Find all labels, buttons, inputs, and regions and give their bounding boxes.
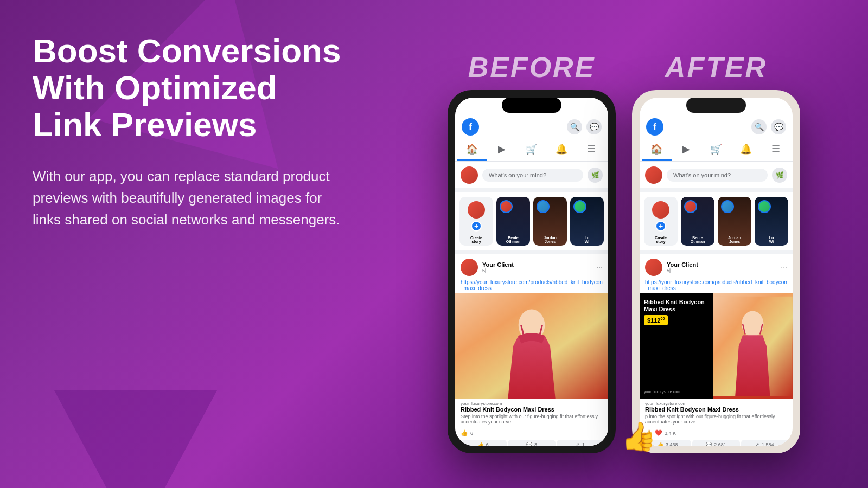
post-avatar-after — [645, 259, 662, 276]
post-dots-after[interactable]: ··· — [781, 263, 787, 272]
post-time-after: 5j · — [667, 268, 776, 273]
after-price-cents: 00 — [660, 317, 665, 320]
compose-photo-icon-after[interactable]: 🌿 — [772, 168, 787, 183]
story-bente-before[interactable]: BenteOthman — [496, 197, 530, 246]
headline: Boost Conversions With Optimized Link Pr… — [33, 33, 347, 144]
story-lo-label-after: LoWi — [755, 236, 788, 243]
action-bar-after: 👍 3 468 💬 2 681 ↗ 1 584 — [640, 439, 793, 446]
post-time-before: 5j · — [482, 268, 592, 273]
nav-shop-after[interactable]: 🛒 — [701, 139, 731, 161]
story-lo-avatar-before — [573, 200, 586, 213]
post-caption-after: your_luxurystore.com Ribbed Knit Bodycon… — [640, 399, 793, 427]
post-author-before: Your Client — [482, 261, 592, 268]
after-price-badge: $11200 — [644, 315, 668, 325]
post-caption-before: your_luxurystore.com Ribbed Knit Bodycon… — [455, 399, 608, 427]
story-create-label-before: Createstory — [459, 236, 493, 243]
post-dots-before[interactable]: ··· — [596, 263, 603, 272]
story-bente-avatar-after — [684, 200, 697, 213]
compose-input-after[interactable]: What's on your mind? — [667, 169, 768, 182]
story-lo-before[interactable]: LoWi — [570, 197, 604, 246]
reactions-count-after: 3,4 K — [665, 431, 676, 436]
after-product-title: Ribbed Knit Bodycon Maxi Dress — [644, 299, 709, 313]
story-bente-label-after: BenteOthman — [681, 236, 714, 243]
after-screen: f 🔍 💬 🏠 ▶ 🛒 🔔 ☰ — [640, 98, 793, 446]
nav-bell-before[interactable]: 🔔 — [546, 139, 576, 161]
action-bar-before: 👍 6 💬 3 ↗ 1 — [455, 439, 608, 446]
story-jordan-avatar-after — [721, 200, 734, 213]
fb-header-icons-before: 🔍 💬 — [567, 119, 602, 134]
phones-section: BEFORE f 🔍 💬 🏠 ▶ — [380, 0, 868, 488]
nav-video-after[interactable]: ▶ — [672, 139, 701, 161]
nav-bell-after[interactable]: 🔔 — [731, 139, 761, 161]
before-phone: f 🔍 💬 🏠 ▶ 🛒 🔔 ☰ — [448, 90, 616, 453]
story-bente-after[interactable]: BenteOthman — [681, 197, 714, 246]
after-store-url: your_luxurystore.com — [644, 390, 709, 394]
compose-avatar-before — [461, 166, 478, 184]
after-phone: f 🔍 💬 🏠 ▶ 🛒 🔔 ☰ — [632, 90, 800, 453]
compose-avatar-after — [645, 166, 662, 184]
story-create-avatar-before — [468, 201, 485, 219]
post-title-before: Ribbed Knit Bodycon Maxi Dress — [461, 406, 603, 413]
post-desc-after: p into the spotlight with our figure-hug… — [645, 414, 787, 425]
share-action-before[interactable]: ↗ 1 — [557, 440, 604, 446]
post-site-after: your_luxurystore.com — [645, 401, 787, 406]
before-screen: f 🔍 💬 🏠 ▶ 🛒 🔔 ☰ — [455, 98, 608, 446]
after-dress-svg — [713, 293, 793, 399]
story-jordan-label-before: JordanJones — [533, 236, 567, 243]
story-jordan-after[interactable]: JordanJones — [718, 197, 751, 246]
like-action-before[interactable]: 👍 6 — [459, 440, 507, 446]
like-icon-before: 👍 — [461, 429, 468, 436]
before-after-container: BEFORE f 🔍 💬 🏠 ▶ — [448, 35, 800, 453]
search-icon-before[interactable]: 🔍 — [567, 119, 582, 134]
reactions-before: 👍 6 — [455, 427, 608, 439]
fb-nav-after: 🏠 ▶ 🛒 🔔 ☰ — [640, 139, 793, 162]
stories-before: + Createstory BenteOthman JordanJones — [455, 192, 608, 254]
nav-menu-before[interactable]: ☰ — [576, 139, 606, 161]
fb-header-icons-after: 🔍 💬 — [751, 119, 786, 134]
nav-home-after[interactable]: 🏠 — [642, 139, 672, 161]
stories-after: + Createstory BenteOthman JordanJones — [640, 192, 793, 254]
nav-home-before[interactable]: 🏠 — [457, 139, 487, 161]
post-author-after: Your Client — [667, 261, 776, 268]
post-meta-before: Your Client 5j · — [482, 261, 592, 273]
comment-action-after[interactable]: 💬 2 681 — [692, 440, 739, 446]
story-plus-after: + — [655, 221, 666, 232]
fb-logo-before: f — [462, 118, 479, 136]
story-bente-avatar-before — [500, 200, 513, 213]
post-avatar-before — [461, 259, 478, 276]
like-count-before: 6 — [470, 431, 473, 436]
story-lo-after[interactable]: LoWi — [755, 197, 788, 246]
phone-notch-after — [686, 98, 746, 113]
before-group: BEFORE f 🔍 💬 🏠 ▶ — [448, 51, 616, 453]
after-group: AFTER f 🔍 💬 🏠 ▶ — [632, 51, 800, 453]
story-lo-avatar-after — [758, 200, 771, 213]
post-desc-before: Step into the spotlight with our figure-… — [461, 414, 603, 425]
story-plus-before: + — [471, 221, 482, 232]
story-create-label-after: Createstory — [644, 236, 678, 243]
story-jordan-avatar-before — [537, 200, 550, 213]
share-action-after[interactable]: ↗ 1 584 — [741, 440, 788, 446]
story-create-before[interactable]: + Createstory — [459, 197, 493, 246]
compose-input-before[interactable]: What's on your mind? — [482, 169, 583, 182]
after-dress-img — [713, 293, 793, 399]
messenger-icon-before[interactable]: 💬 — [586, 119, 602, 134]
post-link-after[interactable]: https://your_luxurystore.com/products/ri… — [640, 278, 793, 293]
after-overlay-card: Ribbed Knit Bodycon Maxi Dress $11200 yo… — [640, 293, 713, 399]
post-header-after: Your Client 5j · ··· — [640, 254, 793, 278]
story-jordan-label-after: JordanJones — [718, 236, 751, 243]
nav-menu-after[interactable]: ☰ — [761, 139, 790, 161]
messenger-icon-after[interactable]: 💬 — [771, 119, 786, 134]
post-after: Your Client 5j · ··· https://your_luxury… — [640, 254, 793, 446]
post-image-after: Ribbed Knit Bodycon Maxi Dress $11200 yo… — [640, 293, 793, 399]
compose-photo-icon-before[interactable]: 🌿 — [588, 168, 603, 183]
search-icon-after[interactable]: 🔍 — [751, 119, 767, 134]
compose-before: What's on your mind? 🌿 — [455, 162, 608, 192]
nav-shop-before[interactable]: 🛒 — [517, 139, 547, 161]
thumbs-up-overlay: 👍 — [621, 420, 656, 453]
post-link-before[interactable]: https://your_luxurystore.com/products/ri… — [455, 278, 608, 293]
story-create-after[interactable]: + Createstory — [644, 197, 678, 246]
before-label: BEFORE — [468, 51, 596, 84]
nav-video-before[interactable]: ▶ — [487, 139, 517, 161]
comment-action-before[interactable]: 💬 3 — [508, 440, 555, 446]
story-jordan-before[interactable]: JordanJones — [533, 197, 567, 246]
